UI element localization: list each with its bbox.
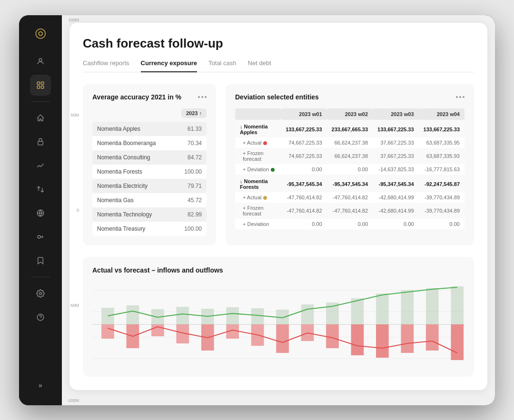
deviation-sub-row: + Deviation 0.000.00-14,637,825.33-16,77… [235,164,465,175]
sub-row-value: 0.00 [373,219,418,229]
accuracy-row-value: 82.99 [188,211,202,218]
accuracy-row-value: 79.71 [188,183,202,189]
panels-row: Average accuracy 2021 in % 2023 ↑ Noment… [83,84,474,245]
tab-currency[interactable]: Currency exposure [141,59,198,72]
dot1 [456,96,458,98]
accuracy-row-value: 45.72 [188,197,202,204]
dot1 [198,96,200,98]
sidebar-item-lock[interactable] [30,131,51,152]
deviation-panel-title: Deviation selected entities [235,93,319,101]
accuracy-menu-button[interactable] [198,96,207,98]
deviation-menu-button[interactable] [456,96,465,98]
sidebar-item-transfer[interactable] [30,179,51,200]
svg-point-7 [38,235,40,238]
deviation-table-wrapper: 2023 w01 2023 w02 2023 w03 2023 w04 ↓ No… [235,108,465,229]
entity-value: -95,347,545.34 [327,175,373,192]
y-label-100m: 100M [62,18,81,22]
svg-rect-43 [401,324,414,353]
sub-row-value: 0.00 [281,164,326,175]
entity-name: ↓ Nomentia Forests [235,175,281,192]
sub-row-value: -47,760,414.82 [327,192,373,203]
sidebar: ◎ [19,15,62,405]
accuracy-row-label: Nomentia Consulting [97,154,150,161]
svg-rect-28 [401,290,414,324]
page-title: Cash forecast follow-up [83,36,474,51]
tab-netdebt[interactable]: Net debt [248,59,271,72]
deviation-tbody: ↓ Nomentia Apples 133,667,225.33233,667,… [235,120,465,229]
main-area: Cash forecast follow-up Cashflow reports… [62,15,495,405]
sub-row-label: + Actual [235,192,281,203]
sub-row-value: 66,624,237.38 [327,137,373,148]
sub-row-value: 63,687,335.95 [419,137,465,148]
status-dot [271,168,275,172]
sub-row-label: + Frozen forecast [235,148,281,164]
accuracy-row-value: 70.34 [188,140,202,147]
entity-value: 233,667,665.33 [327,120,373,137]
sidebar-item-help[interactable] [30,307,51,328]
accuracy-row-label: Nomentia Technology [97,211,152,218]
sub-row-value: -39,770,434.89 [419,203,465,219]
svg-rect-24 [301,304,314,324]
sidebar-item-user[interactable] [30,51,51,72]
svg-rect-45 [451,324,464,360]
sidebar-item-home[interactable] [30,107,51,128]
content-card: Cash forecast follow-up Cashflow reports… [69,23,487,390]
accuracy-panel: Average accuracy 2021 in % 2023 ↑ Noment… [83,84,216,245]
svg-rect-4 [41,86,44,88]
accuracy-row: Nomentia Electricity 79.71 [92,179,207,193]
svg-rect-22 [251,308,264,324]
accuracy-row: Nomentia Treasury 100.00 [92,222,207,236]
sub-row-value: 0.00 [281,219,326,229]
svg-point-0 [39,59,42,61]
accuracy-row-label: Nomentia Treasury [97,225,145,232]
accuracy-row-label: Nomentia Forests [97,168,142,175]
deviation-panel-header: Deviation selected entities [235,93,465,101]
chart-svg [92,282,465,367]
accuracy-row-value: 100.00 [184,168,202,175]
sidebar-item-key[interactable] [30,226,51,247]
tab-total[interactable]: Total cash [208,59,237,72]
sub-row-value: 0.00 [327,164,373,175]
sidebar-item-settings[interactable] [30,283,51,304]
accuracy-row: Nomentia Forests 100.00 [92,165,207,179]
svg-rect-25 [326,303,339,324]
sub-row-value: 0.00 [419,219,465,229]
y-label-0: 0 [62,208,81,213]
deviation-table-header: 2023 w01 2023 w02 2023 w03 2023 w04 [235,108,465,120]
sub-row-value: -14,637,825.33 [373,164,418,175]
sidebar-item-expand[interactable]: » [30,375,51,396]
accuracy-row-value: 100.00 [184,225,202,232]
svg-rect-33 [151,324,164,336]
entity-value: 133,667,225.33 [419,120,465,137]
svg-rect-38 [276,324,289,353]
tab-bar: Cashflow reports Currency exposure Total… [83,59,474,72]
sidebar-item-chart[interactable] [30,155,51,176]
chart-container [92,282,465,367]
chart-y-labels: 100M 50M 0 -50M -100M [62,15,81,405]
sub-row-value: 74,667,225.33 [281,137,326,148]
deviation-sub-row: + Actual 74,667,225.3366,624,237.3837,66… [235,137,465,148]
sidebar-item-bookmark[interactable] [30,250,51,271]
sidebar-item-globe[interactable] [30,203,51,224]
sidebar-item-grid[interactable] [30,75,51,96]
sub-row-label: + Actual [235,137,281,148]
sub-row-value: -42,680,414.99 [373,192,418,203]
sub-row-value: 0.00 [327,219,373,229]
deviation-table: 2023 w01 2023 w02 2023 w03 2023 w04 ↓ No… [235,108,465,229]
deviation-entity-row: ↓ Nomentia Forests -95,347,545.34-95,347… [235,175,465,192]
deviation-sub-row: + Frozen forecast 74,667,225.3366,624,23… [235,148,465,164]
sub-row-value: -42,680,414.99 [373,203,418,219]
accuracy-panel-header: Average accuracy 2021 in % [92,93,207,101]
accuracy-row: Nomentia Consulting 84.72 [92,150,207,165]
sub-row-value: 63,687,335.93 [419,148,465,164]
entity-name: ↓ Nomentia Apples [235,120,281,137]
sub-row-value: 66,624,237.38 [327,148,373,164]
deviation-entity-row: ↓ Nomentia Apples 133,667,225.33233,667,… [235,120,465,137]
svg-rect-1 [37,82,40,84]
accuracy-row-value: 61.33 [188,126,202,132]
accuracy-row: Nomentia Apples 61.33 [92,122,207,136]
deviation-sub-row: + Frozen forecast -47,760,414.82-47,760,… [235,203,465,219]
deviation-panel: Deviation selected entities [226,84,474,245]
deviation-sub-row: + Actual -47,760,414.82-47,760,414.82-42… [235,192,465,203]
tab-cashflow[interactable]: Cashflow reports [83,59,129,72]
